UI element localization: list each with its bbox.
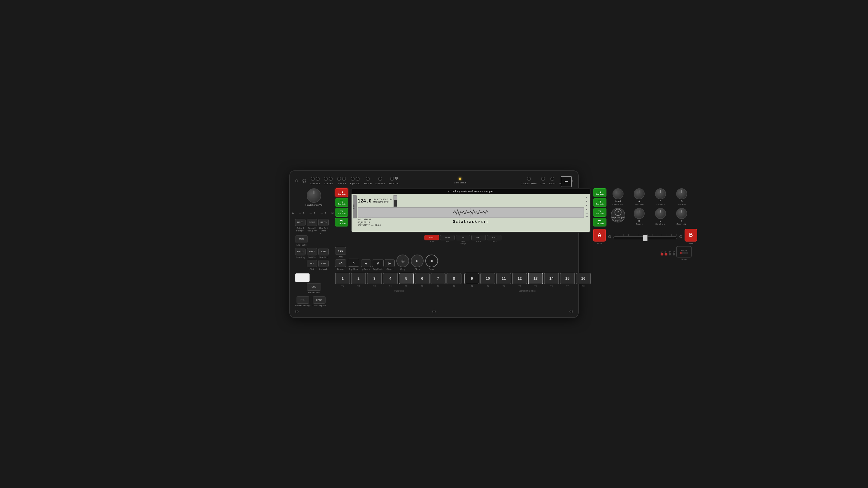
- screen-param-row: LEV PTCH STRT LEN: [373, 198, 392, 201]
- page-button[interactable]: PAGE: [677, 246, 691, 257]
- logo-icon: ⌐: [561, 176, 572, 187]
- utime-minus-label: µTime -: [362, 268, 370, 270]
- rec1-button[interactable]: REC1: [295, 219, 306, 226]
- mute-a-button[interactable]: A: [593, 229, 606, 241]
- midi-button[interactable]: MIDI: [295, 235, 308, 243]
- d-knob[interactable]: [633, 208, 645, 219]
- step-6-button[interactable]: 6: [414, 273, 430, 284]
- connector-cue-out: Cue Out: [324, 177, 333, 185]
- model-suffix: MKII: [478, 220, 489, 224]
- t5-button[interactable]: T5 Cue Mute: [593, 188, 607, 197]
- f-knob[interactable]: [676, 208, 687, 219]
- step-8-button[interactable]: 8: [446, 273, 462, 284]
- b-knob-name: B: [660, 200, 661, 202]
- yes-button[interactable]: YES: [335, 247, 346, 255]
- brand-logo: ⌐: [561, 176, 572, 187]
- white-button[interactable]: [295, 273, 310, 282]
- level-knob[interactable]: [613, 188, 623, 199]
- aed-button[interactable]: AED: [318, 248, 329, 255]
- ptn-button[interactable]: PTN: [297, 296, 309, 304]
- arrow-left-area: ◄ µTime -: [361, 259, 371, 270]
- xfader-right-dot: [679, 235, 682, 238]
- cue-button-area: CUE Reload Part: [295, 283, 333, 294]
- knob-row-2: ↺ Tap Tempo Pickup Sync D Zoom ↕: [608, 208, 691, 225]
- crossfader-track[interactable]: [613, 236, 677, 239]
- trig-mode-up-button[interactable]: ∧: [348, 259, 359, 267]
- step-7-button[interactable]: 7: [431, 273, 445, 284]
- mute-b-button[interactable]: B: [685, 229, 697, 241]
- step-3-button[interactable]: 3: [367, 273, 382, 284]
- mix-button[interactable]: MIX: [307, 260, 317, 267]
- t3-button[interactable]: T3 Cue Mute: [335, 208, 348, 217]
- no-button[interactable]: NO: [335, 259, 346, 267]
- fx1-button-area: FX1 Ctrl 1: [471, 235, 486, 245]
- brand-name: Octatrack: [453, 219, 477, 224]
- fx1-button[interactable]: FX1: [471, 235, 486, 240]
- mute-b-area: B Mute: [685, 229, 697, 245]
- crossfader-handle[interactable]: [643, 235, 648, 241]
- copy-button[interactable]: ◎: [396, 255, 409, 267]
- trig-mode-up-label: Trig Mode: [349, 268, 358, 270]
- step-9-button[interactable]: 9: [464, 273, 479, 284]
- t6-button[interactable]: T6 Cue Mute: [593, 198, 607, 207]
- step-12-button[interactable]: 12: [512, 273, 527, 284]
- top-connectors-bar: 🎧 Main Out Cue Out Input A B Input C D: [295, 176, 573, 187]
- paste-button[interactable]: ■: [425, 255, 438, 267]
- t1-button[interactable]: T1 Cue Mute: [335, 188, 348, 197]
- t7-button[interactable]: T7 Cue Mute: [593, 208, 607, 217]
- a-knob[interactable]: [633, 188, 645, 199]
- headphones-vol-knob[interactable]: [307, 188, 321, 203]
- connector-midi-thru: MIDI Thru: [389, 177, 399, 185]
- connector-dc-in: DC In: [550, 177, 555, 185]
- display-title: 8 Track Dynamic Performance Sampler: [351, 189, 590, 194]
- t-buttons-left: T1 Cue Mute T2 Cue Mute: [335, 188, 348, 233]
- t4-button[interactable]: T4 Cue Mute: [335, 218, 348, 227]
- t2-button[interactable]: T2 Cue Mute: [335, 198, 348, 207]
- arrow-left-button[interactable]: ◄: [361, 259, 371, 267]
- amp-button[interactable]: AMP: [440, 235, 455, 240]
- rec2-button[interactable]: REC2: [307, 219, 317, 226]
- step-11-button[interactable]: 11: [496, 273, 511, 284]
- proj-button[interactable]: PROJ: [295, 248, 306, 255]
- step-5-button[interactable]: 5: [399, 273, 414, 284]
- step-4-button[interactable]: 4: [383, 273, 398, 284]
- step-10-button[interactable]: 10: [480, 273, 495, 284]
- center-section: T1 Cue Mute T2 Cue Mute: [335, 188, 591, 307]
- step-16-button[interactable]: 16: [576, 273, 591, 284]
- rec3-button[interactable]: REC3: [318, 219, 329, 226]
- step-13-button[interactable]: 13: [528, 273, 543, 284]
- step-14-button[interactable]: 14: [544, 273, 559, 284]
- tap-tempo-button[interactable]: ↺ Tap Tempo Pickup Sync: [611, 208, 625, 223]
- bank-button[interactable]: BANK: [313, 296, 326, 304]
- clear-label: Clear: [414, 268, 420, 270]
- yes-label: Arm: [339, 255, 343, 258]
- clear-button-area: ► Clear: [411, 255, 424, 270]
- step-2-button[interactable]: 2: [351, 273, 366, 284]
- e-knob[interactable]: [655, 208, 666, 219]
- screen-left-strip: [353, 195, 357, 218]
- b-knob[interactable]: [655, 188, 666, 199]
- clear-button[interactable]: ►: [411, 255, 424, 267]
- right-top: T5 Cue Mute T6 Cue Mute: [593, 188, 691, 227]
- copy-label: Copy: [400, 268, 405, 270]
- arr-button[interactable]: ARR: [318, 260, 329, 267]
- sample-midi-label: Sample/MIDI Trigs: [519, 290, 535, 292]
- rec-buttons-row: REC1 Setup 1Pickup + REC2 Setup 2Pickup …: [295, 219, 333, 232]
- aed-label: Slice Grid: [319, 256, 329, 259]
- page-scale-label: Scale: [681, 258, 687, 261]
- c-knob[interactable]: [676, 188, 687, 199]
- step-buttons-row: 1 T1 2 T2 3: [335, 273, 591, 287]
- card-status-led: [459, 177, 461, 180]
- part-button[interactable]: PART: [307, 248, 317, 255]
- arrow-right-button[interactable]: ►: [385, 259, 395, 267]
- trig-mode-down-button[interactable]: ∨: [372, 259, 384, 267]
- fx2-button[interactable]: FX2: [487, 235, 501, 240]
- no-label: Disarm: [337, 268, 344, 270]
- src-button[interactable]: SRC: [425, 235, 439, 240]
- trig-mode-up-section: ∧ Trig Mode: [348, 259, 359, 270]
- step-1-button[interactable]: 1: [335, 273, 350, 284]
- step-15-button[interactable]: 15: [560, 273, 575, 284]
- t8-button[interactable]: T8 Cue Mute: [593, 218, 607, 227]
- lfo-button[interactable]: LFO: [456, 235, 470, 240]
- cue-button[interactable]: CUE: [307, 283, 321, 291]
